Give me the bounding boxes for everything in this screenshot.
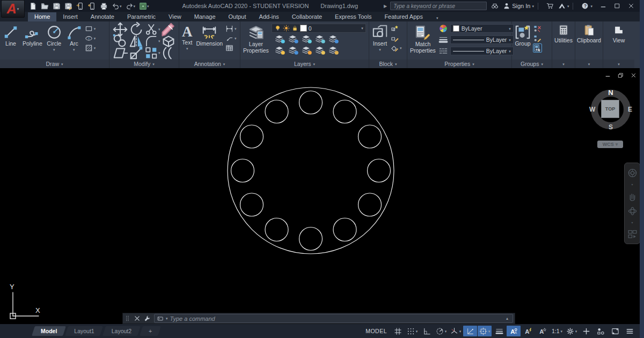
tab-layout1[interactable]: Layout1 — [67, 326, 101, 336]
lineweight-display-toggle[interactable] — [492, 326, 506, 336]
layer-freeze-button[interactable] — [302, 34, 312, 44]
clipboard-button[interactable]: Clipboard — [575, 21, 603, 60]
panel-label-clipboard[interactable]: ▾ — [575, 60, 603, 68]
app-store-button[interactable] — [546, 2, 554, 10]
block-create-button[interactable] — [391, 25, 402, 33]
bolt-hole-circle[interactable] — [358, 125, 382, 148]
tab-express-tools[interactable]: Express Tools — [328, 12, 378, 21]
tab-layout2[interactable]: Layout2 — [104, 326, 139, 336]
tab-manage[interactable]: Manage — [188, 12, 222, 21]
layer-unisolate-button[interactable] — [288, 34, 298, 44]
recent-commands-icon[interactable]: ▴ — [506, 316, 510, 321]
grid-display-toggle[interactable] — [391, 326, 405, 336]
save-to-mobile-button[interactable] — [87, 2, 97, 11]
layer-match-button[interactable] — [288, 45, 298, 55]
save-as-button[interactable] — [63, 2, 74, 11]
add-status-toggle[interactable] — [579, 326, 593, 336]
nav-orbit-button[interactable] — [627, 206, 638, 216]
panel-label-properties[interactable]: Properties▾ — [407, 60, 511, 68]
sign-in-button[interactable]: Sign In ▾ — [503, 2, 534, 10]
status-menu-toggle[interactable] — [623, 326, 636, 336]
layer-change-button[interactable] — [328, 45, 339, 55]
drawing-restore-button[interactable] — [618, 72, 624, 78]
panel-label-block[interactable]: Block▾ — [369, 60, 407, 68]
dock-close-button[interactable] — [132, 315, 142, 322]
annotation-scale-icon-toggle[interactable]: A — [536, 326, 550, 336]
maximize-button[interactable] — [614, 3, 620, 9]
ellipse-button[interactable]: ▾ — [85, 34, 96, 42]
dim-linear-button[interactable]: ▾ — [225, 25, 237, 33]
panel-label-utilities[interactable]: ▾ — [552, 60, 575, 68]
tab-parametric[interactable]: Parametric — [121, 12, 162, 21]
view-cube[interactable]: N S W E TOP — [590, 89, 632, 130]
tab-annotate[interactable]: Annotate — [84, 12, 121, 21]
layer-make-current-button[interactable] — [328, 34, 339, 44]
lineweight-dropdown[interactable]: ByLayer ▾ — [450, 35, 514, 44]
polyline-button[interactable]: Polyline — [21, 24, 43, 48]
search-expand-icon[interactable]: ▶ — [384, 4, 387, 9]
block-edit-button[interactable] — [391, 34, 402, 42]
tab-output[interactable]: Output — [222, 12, 253, 21]
table-button[interactable] — [225, 44, 237, 52]
redo-button[interactable]: ▾ — [125, 2, 137, 11]
rectangle-button[interactable]: ▾ — [85, 25, 96, 33]
snap-mode-toggle[interactable]: ▾ — [405, 326, 419, 336]
circle-button[interactable]: Circle▾ — [45, 24, 63, 52]
help-button[interactable]: ? ▾ — [581, 2, 592, 10]
trim-button[interactable]: ▾ — [144, 24, 160, 35]
arc-button[interactable]: Arc▾ — [65, 24, 83, 52]
wcs-dropdown[interactable]: WCS▾ — [597, 141, 623, 148]
viewcube-north[interactable]: N — [608, 89, 613, 97]
viewcube-east[interactable]: E — [628, 106, 632, 113]
tab-home[interactable]: Home — [28, 12, 56, 21]
object-snap-toggle[interactable]: ▾ — [478, 326, 492, 336]
isolate-objects-toggle[interactable] — [594, 326, 608, 336]
open-folder-button[interactable] — [40, 2, 50, 11]
ungroup-button[interactable] — [533, 25, 541, 33]
ribbon-display-toggle[interactable]: ▾ — [435, 16, 438, 21]
layer-thaw-button[interactable] — [302, 45, 312, 55]
isometric-drafting-toggle[interactable]: ▾ — [449, 326, 463, 336]
save-button[interactable] — [52, 2, 62, 11]
bolt-hole-circle[interactable] — [299, 227, 323, 251]
polar-tracking-toggle[interactable]: ▾ — [434, 326, 448, 336]
panel-label-view[interactable]: ▾ — [603, 60, 634, 68]
tab-featured-apps[interactable]: Featured Apps — [378, 12, 429, 21]
plot-button[interactable] — [99, 2, 109, 11]
group-edit-button[interactable] — [533, 34, 541, 42]
drawing-minimize-button[interactable] — [605, 72, 611, 78]
model-space-label[interactable]: MODEL — [365, 328, 387, 334]
clean-screen-toggle[interactable] — [608, 326, 622, 336]
annotation-scale-toggle[interactable]: 1:1▾ — [550, 326, 564, 336]
help-search-input[interactable]: Type a keyword or phrase — [390, 2, 487, 10]
hatch-button[interactable]: ▾ — [85, 44, 96, 52]
tab-collaborate[interactable]: Collaborate — [286, 12, 328, 21]
layer-properties-button[interactable]: Layer Properties — [242, 24, 270, 54]
line-button[interactable]: Line — [2, 24, 20, 48]
outer-circle[interactable] — [228, 87, 394, 254]
bolt-hole-circle[interactable] — [265, 100, 288, 123]
bolt-hole-circle[interactable] — [368, 159, 391, 182]
stretch-button[interactable] — [112, 47, 128, 58]
open-from-mobile-button[interactable] — [75, 2, 85, 11]
bolt-hole-circle[interactable] — [265, 218, 288, 241]
group-selection-button[interactable] — [533, 44, 541, 52]
viewcube-west[interactable]: W — [589, 106, 595, 113]
tab-insert[interactable]: Insert — [56, 12, 84, 21]
leader-button[interactable]: ▾ — [225, 34, 237, 42]
group-button[interactable]: Group — [514, 24, 532, 48]
bolt-hole-circle[interactable] — [231, 159, 254, 182]
minimize-button[interactable] — [600, 3, 606, 9]
layer-unlock-button[interactable] — [315, 45, 325, 55]
viewcube-south[interactable]: S — [609, 123, 613, 131]
drawing-close-button[interactable] — [631, 72, 636, 78]
dock-customize-button[interactable] — [142, 315, 152, 322]
layer-on-button[interactable] — [275, 45, 285, 55]
fillet-button[interactable]: ▾ — [144, 35, 160, 47]
nav-pan-button[interactable] — [627, 191, 638, 201]
panel-label-modify[interactable]: Modify▾ — [109, 60, 179, 68]
application-menu-button[interactable]: A ▾ — [1, 0, 25, 18]
tab-model[interactable]: Model — [33, 326, 64, 336]
layer-dropdown[interactable]: 0 ▾ — [272, 24, 366, 33]
bolt-hole-circle[interactable] — [299, 91, 323, 114]
